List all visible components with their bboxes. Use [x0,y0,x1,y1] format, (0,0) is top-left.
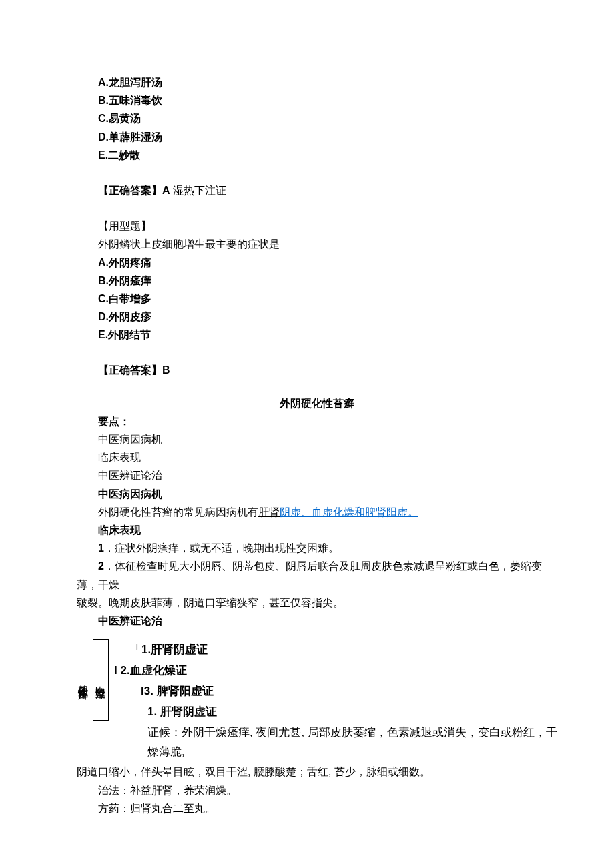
q2-opt-b: B.外阴瘙痒 [77,272,557,290]
vertical-label-2: 中医分型治疗 [93,639,109,721]
etiology-underline: 肝肾 [258,506,280,518]
clinical-heading: 临床表现 [77,521,557,539]
q1-opt-a: A.龙胆泻肝汤 [77,73,557,91]
etiology-heading: 中医病因病机 [77,485,557,503]
tcm-heading: 中医辨证论治 [77,612,557,630]
clinical-item-2a: 2．体征检查时见大小阴唇、阴蒂包皮、阴唇后联合及肛周皮肤色素减退呈粉红或白色，萎… [77,557,557,593]
syndrome-1-formula: 方药：归肾丸合二至丸。 [77,799,557,817]
etiology-link: 阴虚、血虚化燥和脾肾阳虚。 [280,506,418,518]
point-a: 中医病因病机 [77,430,557,448]
page: A.龙胆泻肝汤 B.五味消毒饮 C.易黄汤 D.单薜胜湿汤 E.二妙散 【正确答… [0,0,614,857]
points-label: 要点： [77,412,557,430]
clinical-item-2b: 皲裂。晚期皮肤菲薄，阴道口挛缩狭窄，甚至仅容指尖。 [77,594,557,612]
q2-type: 【用型题】 [77,217,557,235]
q2-opt-e: E.外阴结节 [77,326,557,344]
etiology-text: 外阴硬化性苔癣的常见病因病机有肝肾阴虚、血虚化燥和脾肾阳虚。 [77,503,557,521]
q1-opt-b: B.五味消毒饮 [77,91,557,109]
q2-stem: 外阴鳞状上皮细胞增生最主要的症状是 [77,235,557,253]
q1-opt-e: E.二妙散 [77,146,557,164]
clinical-item-1: 1．症状外阴瘙痒，或无不适，晚期出现性交困难。 [77,539,557,557]
q2-opt-d: D.外阴皮疹 [77,308,557,326]
type-list: 「1.肝肾阴虚证 I 2.血虚化燥证 I3. 脾肾阳虚证 1. 肝肾阴虚证 证候… [114,639,557,763]
q2-answer: 【正确答案】B [77,361,557,379]
tcm-type-diagram: 外阴硬化性苔癣 中医分型治疗 「1.肝肾阴虚证 I 2.血虚化燥证 I3. 脾肾… [77,639,557,763]
syndrome-1-sign-b: 阴道口缩小，伴头晕目眩，双目干涩, 腰膝酸楚；舌红, 苔少，脉细或细数。 [77,763,557,781]
point-c: 中医辨证论治 [77,466,557,484]
syndrome-1-method: 治法：补益肝肾，养荣润燥。 [77,781,557,799]
point-b: 临床表现 [77,448,557,466]
syndrome-1-heading: 1. 肝肾阴虚证 [147,703,557,722]
q1-answer: 【正确答案】A 湿热下注证 [77,181,557,199]
q2-opt-a: A.外阴疼痛 [77,254,557,272]
vertical-label-1: 外阴硬化性苔癣 [77,639,90,719]
q1-opt-c: C.易黄汤 [77,109,557,127]
q1-opt-d: D.单薜胜湿汤 [77,128,557,146]
q2-opt-c: C.白带增多 [77,290,557,308]
type-1: 「1.肝肾阴虚证 [130,640,557,660]
syndrome-1-sign-a: 证候：外阴干燥瘙痒, 夜间尤甚, 局部皮肤萎缩，色素减退或消失，变白或粉红，干燥… [147,723,557,762]
section-title: 外阴硬化性苔癣 [77,394,557,412]
type-2: I 2.血虚化燥证 [114,661,557,681]
type-3: I3. 脾肾阳虚证 [141,682,557,701]
